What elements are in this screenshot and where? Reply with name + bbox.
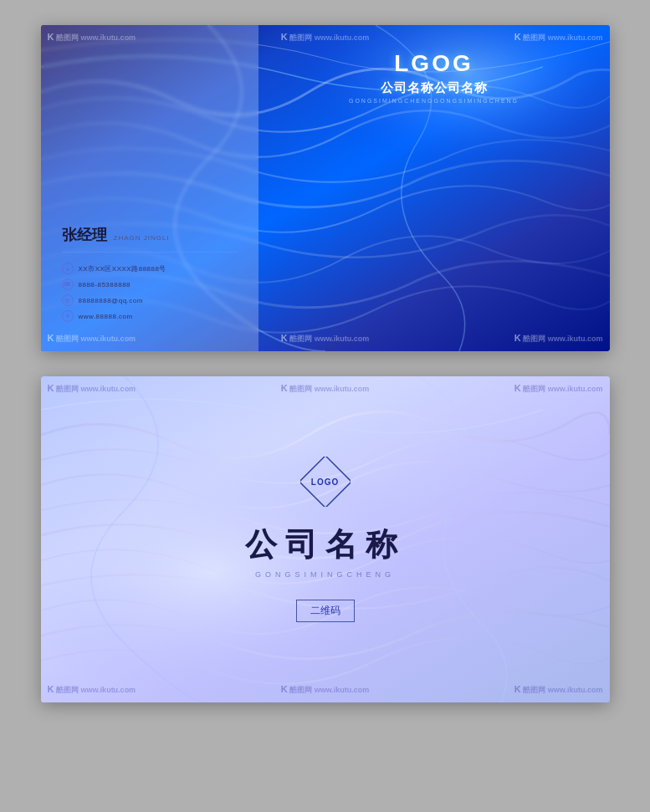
contact-website: ⊕ www.88888.com [62,310,238,322]
phone-text: 8888-85388888 [79,281,131,289]
cards-wrapper: 张经理 ZHAGN JINGLI ● XX市XX区XXXX路88888号 ☎ 8… [0,0,650,728]
person-name-cn: 张经理 [62,225,107,245]
back-company-en: GONGSIMINGCHENG [255,570,395,579]
company-name-en: GONGSIMINGCHENGGONGSIMINGCHENG [349,98,519,104]
business-card-back: LOGO 公司名称 GONGSIMINGCHENG 二维码 K 酷图网 www.… [41,376,610,702]
card-back-content: LOGO 公司名称 GONGSIMINGCHENG 二维码 [41,376,610,702]
watermark-back-tr: K 酷图网 www.ikutu.com [514,383,603,395]
watermark-back-bl: K 酷图网 www.ikutu.com [48,684,136,696]
contact-email: @ 88888888@qq.com [62,294,238,306]
company-name-cn: 公司名称公司名称 [381,80,488,96]
watermark-front-bc: K 酷图网 www.ikutu.com [281,333,370,345]
watermark-front-tr: K 酷图网 www.ikutu.com [514,32,603,43]
watermark-front-tc: K 酷图网 www.ikutu.com [281,32,370,43]
qr-code-box: 二维码 [296,600,355,622]
person-name-row: 张经理 ZHAGN JINGLI [62,225,238,253]
card-front-right: LGOG 公司名称公司名称 GONGSIMINGCHENGGONGSIMINGC… [258,25,610,351]
email-text: 88888888@qq.com [79,297,143,304]
address-text: XX市XX区XXXX路88888号 [79,264,166,273]
logo-diamond-text: LOGO [311,477,339,487]
address-icon: ● [62,263,74,274]
watermark-front-tl: K 酷图网 www.ikutu.com [48,32,136,43]
business-card-front: 张经理 ZHAGN JINGLI ● XX市XX区XXXX路88888号 ☎ 8… [41,25,610,351]
watermark-back-br: K 酷图网 www.ikutu.com [514,684,603,696]
watermark-back-tc: K 酷图网 www.ikutu.com [281,383,370,395]
website-icon: ⊕ [62,310,74,322]
logo-text: LGOG [394,50,473,77]
logo-diamond-container: LOGO [300,457,351,507]
person-name-en: ZHAGN JINGLI [114,234,170,242]
card-front-left: 张经理 ZHAGN JINGLI ● XX市XX区XXXX路88888号 ☎ 8… [41,25,258,351]
qr-label: 二维码 [310,604,340,618]
website-text: www.88888.com [79,313,133,320]
contact-section: 张经理 ZHAGN JINGLI ● XX市XX区XXXX路88888号 ☎ 8… [62,225,238,335]
card-front-content: 张经理 ZHAGN JINGLI ● XX市XX区XXXX路88888号 ☎ 8… [41,25,610,351]
back-company-cn: 公司名称 [245,523,406,566]
contact-phone: ☎ 8888-85388888 [62,278,238,290]
watermark-front-br: K 酷图网 www.ikutu.com [514,333,603,345]
contact-address: ● XX市XX区XXXX路88888号 [62,263,238,274]
phone-icon: ☎ [62,278,74,290]
watermark-back-bc: K 酷图网 www.ikutu.com [281,684,370,696]
email-icon: @ [62,294,74,306]
watermark-back-tl: K 酷图网 www.ikutu.com [48,383,136,395]
watermark-front-bl: K 酷图网 www.ikutu.com [48,333,136,345]
